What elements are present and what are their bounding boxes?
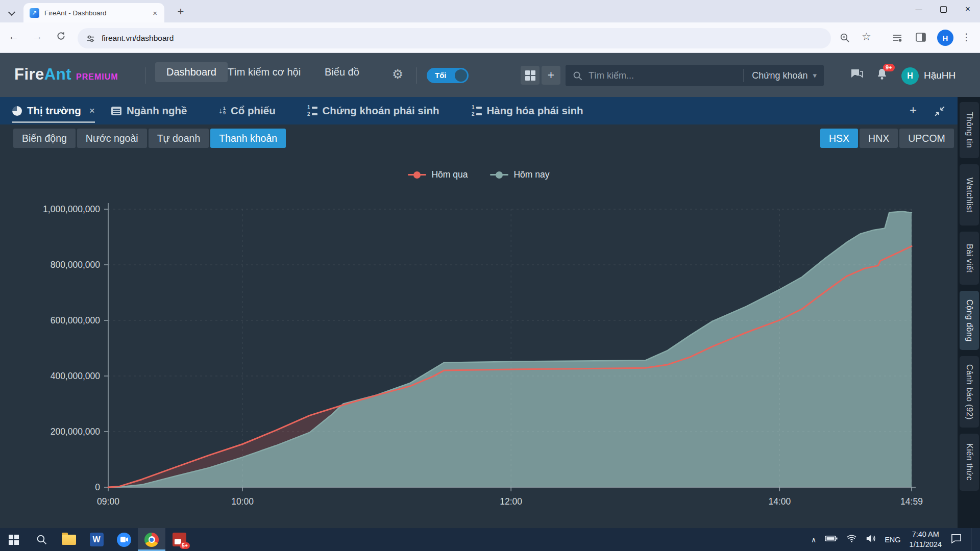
nav-tim-kiem-co-hoi[interactable]: Tìm kiếm cơ hội: [228, 66, 301, 78]
collapse-panel-icon[interactable]: [934, 106, 945, 119]
tab-search-icon[interactable]: [9, 8, 16, 15]
pie-chart-icon: [12, 106, 22, 116]
svg-text:600,000,000: 600,000,000: [51, 315, 101, 325]
windows-taskbar: W 5+ ∧ ENG 7:: [0, 528, 980, 551]
sort-numeric-icon: ↓ 19: [218, 106, 226, 115]
zoom-button[interactable]: [110, 528, 138, 551]
fireant-header: FireAntPREMIUM Dashboard Tìm kiếm cơ hội…: [0, 53, 980, 97]
search-icon: [573, 71, 582, 81]
language-indicator[interactable]: ENG: [885, 536, 900, 544]
wifi-icon[interactable]: [846, 534, 857, 545]
nav-dashboard[interactable]: Dashboard: [155, 62, 228, 82]
dark-mode-toggle[interactable]: Tối: [427, 68, 469, 83]
close-button[interactable]: ×: [955, 0, 980, 18]
sidebar-item-watchlist[interactable]: Watchlist: [960, 164, 979, 226]
legend-label: Hôm nay: [513, 169, 549, 180]
view-filters: Biến động Nước ngoài Tự doanh Thanh khoả…: [13, 129, 286, 148]
notifications-app-button[interactable]: 5+: [165, 528, 193, 551]
list-icon: [111, 107, 121, 115]
show-desktop-button[interactable]: [971, 528, 974, 551]
tab-close-icon[interactable]: ×: [152, 9, 158, 17]
liquidity-area-chart: 0200,000,000400,000,000600,000,000800,00…: [0, 194, 958, 520]
tab-nganh-nghe[interactable]: Ngành nghề: [111, 97, 187, 124]
user-avatar[interactable]: H: [901, 67, 919, 85]
action-center-icon[interactable]: [950, 533, 962, 546]
tab-thi-truong[interactable]: Thị trường ×: [12, 97, 95, 124]
maximize-button[interactable]: [931, 0, 955, 18]
back-button[interactable]: ←: [6, 30, 21, 42]
filter-thanh-khoan[interactable]: Thanh khoản: [210, 129, 286, 148]
speaker-icon[interactable]: [866, 534, 876, 545]
exchange-upcom[interactable]: UPCOM: [899, 129, 954, 148]
file-explorer-button[interactable]: [55, 528, 83, 551]
window-controls: — ×: [906, 0, 980, 18]
browser-menu-icon[interactable]: ⋮: [962, 31, 971, 43]
filter-tu-doanh[interactable]: Tự doanh: [149, 129, 209, 148]
divider: [416, 67, 417, 84]
user-name[interactable]: HậuHH: [924, 70, 955, 81]
url-bar[interactable]: fireant.vn/dashboard: [78, 28, 831, 48]
add-widget-button[interactable]: +: [542, 66, 560, 85]
chart-legend: Hôm qua Hôm nay: [0, 169, 958, 180]
svg-text:400,000,000: 400,000,000: [51, 371, 101, 381]
chat-icon[interactable]: [850, 68, 864, 83]
reload-button[interactable]: [53, 31, 68, 43]
search-placeholder: Tìm kiếm...: [589, 70, 743, 81]
word-icon: W: [90, 533, 104, 546]
legend-hom-qua[interactable]: Hôm qua: [408, 169, 468, 180]
sidebar-item-kien-thuc[interactable]: Kiến thức: [960, 434, 979, 491]
divider: [145, 67, 145, 84]
layout-grid-button[interactable]: [521, 66, 540, 85]
sidebar-item-canh-bao[interactable]: Cảnh báo (92): [960, 356, 979, 428]
legend-marker-teal: [490, 171, 508, 179]
zoom-app-icon: [117, 533, 131, 547]
taskbar-clock[interactable]: 7:40 AM 1/11/2024: [910, 530, 942, 549]
browser-tab[interactable]: ↗ FireAnt - Dashboard ×: [23, 3, 164, 22]
minimize-button[interactable]: —: [906, 0, 931, 18]
numbered-list-icon: 1 2: [472, 105, 482, 117]
sidebar-item-thong-tin[interactable]: Thông tin: [960, 102, 979, 158]
battery-icon[interactable]: [825, 535, 838, 544]
fireant-logo[interactable]: FireAntPREMIUM: [14, 65, 118, 84]
windows-logo-icon: [9, 535, 19, 545]
add-tab-button[interactable]: +: [910, 104, 917, 116]
screen: ↗ FireAnt - Dashboard × + — × ← → firean…: [0, 0, 980, 551]
site-settings-icon[interactable]: [86, 34, 95, 43]
search-scope-dropdown[interactable]: Chứng khoán ▾: [743, 69, 817, 82]
new-tab-button[interactable]: +: [174, 5, 188, 19]
side-panel-icon[interactable]: [916, 33, 926, 44]
tab-chung-khoan-phai-sinh[interactable]: 1 2 Chứng khoán phái sinh: [307, 97, 439, 124]
tab-hang-hoa-phai-sinh[interactable]: 1 2 Hàng hóa phái sinh: [472, 97, 583, 124]
tab-label: Hàng hóa phái sinh: [487, 105, 583, 117]
zoom-in-icon[interactable]: [840, 33, 850, 45]
filter-nuoc-ngoai[interactable]: Nước ngoài: [77, 129, 147, 148]
start-button[interactable]: [0, 528, 28, 551]
exchange-hsx[interactable]: HSX: [820, 129, 858, 148]
app-badge: 5+: [180, 542, 190, 549]
svg-text:09:00: 09:00: [97, 496, 119, 507]
search-scope-label: Chứng khoán: [752, 70, 807, 81]
hidden-icons-chevron[interactable]: ∧: [811, 536, 816, 544]
notification-bell-icon[interactable]: 9+: [876, 68, 888, 83]
toggle-knob: [455, 69, 467, 82]
settings-gear-icon[interactable]: ⚙: [392, 67, 403, 82]
tab-co-phieu[interactable]: ↓ 19 Cổ phiếu: [218, 97, 276, 124]
sidebar-item-bai-viet[interactable]: Bài viết: [960, 232, 979, 285]
browser-profile-avatar[interactable]: H: [937, 30, 953, 46]
search-bar[interactable]: Tìm kiếm... Chứng khoán ▾: [566, 65, 824, 86]
svg-text:1,000,000,000: 1,000,000,000: [43, 204, 100, 214]
forward-button[interactable]: →: [30, 30, 45, 42]
chrome-button[interactable]: [138, 528, 165, 551]
filter-bien-dong[interactable]: Biến động: [13, 129, 76, 148]
media-controls-icon[interactable]: [892, 33, 902, 45]
word-button[interactable]: W: [83, 528, 110, 551]
bookmark-star-icon[interactable]: ☆: [862, 31, 871, 43]
notification-badge: 9+: [883, 64, 895, 71]
taskbar-search-button[interactable]: [28, 528, 55, 551]
sidebar-item-cong-dong[interactable]: Cộng đồng: [960, 291, 979, 350]
legend-hom-nay[interactable]: Hôm nay: [490, 169, 549, 180]
exchange-hnx[interactable]: HNX: [860, 129, 898, 148]
nav-bieu-do[interactable]: Biểu đồ: [325, 66, 359, 78]
tab-close-icon[interactable]: ×: [89, 105, 95, 116]
workspace-tab-row: Thị trường × Ngành nghề ↓ 19 Cổ phiếu 1 …: [0, 97, 958, 124]
